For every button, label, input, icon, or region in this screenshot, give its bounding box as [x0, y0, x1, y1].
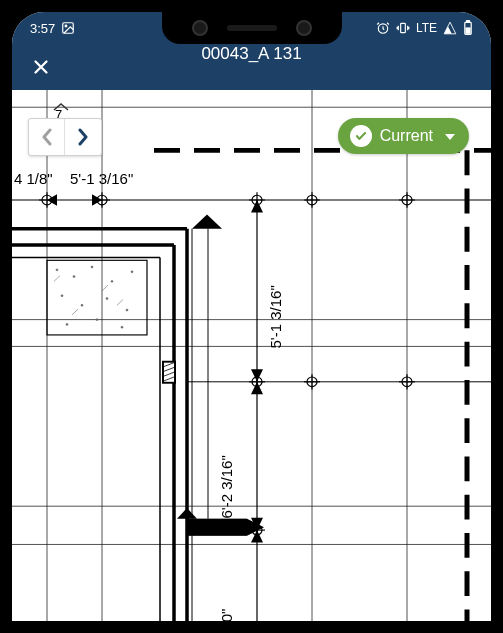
- version-status-badge[interactable]: Current: [338, 118, 469, 154]
- page-nav-controls: [28, 118, 102, 156]
- phone-screen: 3:57 LTE: [12, 12, 491, 621]
- svg-point-51: [106, 298, 108, 300]
- prev-page-button[interactable]: [29, 119, 65, 155]
- svg-rect-5: [466, 20, 469, 22]
- svg-point-1: [65, 25, 67, 27]
- svg-line-59: [117, 300, 123, 306]
- svg-point-52: [126, 309, 128, 311]
- svg-point-50: [81, 304, 83, 306]
- app-header: 00043_A 131: [12, 44, 491, 90]
- status-label: Current: [380, 127, 433, 145]
- svg-point-48: [131, 271, 133, 273]
- close-button[interactable]: [30, 56, 52, 78]
- svg-point-45: [73, 276, 75, 278]
- dim-label-1: 4 1/8": [14, 170, 53, 187]
- dim-label-2: 5'-1 3/16": [70, 170, 133, 187]
- image-icon: [61, 21, 75, 35]
- dim-label-5: 7'-0": [218, 609, 235, 621]
- signal-icon: [443, 21, 457, 35]
- next-page-button[interactable]: [65, 119, 101, 155]
- svg-point-53: [66, 323, 68, 325]
- svg-marker-66: [192, 214, 222, 228]
- phone-notch: [162, 12, 342, 44]
- battery-icon: [463, 20, 473, 36]
- notch-sensor-right: [296, 20, 312, 36]
- notch-sensor-left: [192, 20, 208, 36]
- vibrate-icon: [396, 21, 410, 35]
- drawing-viewport[interactable]: 7 Current: [12, 90, 491, 621]
- phone-frame: 3:57 LTE: [0, 0, 503, 633]
- svg-point-55: [121, 326, 123, 328]
- svg-point-49: [61, 295, 63, 297]
- svg-line-57: [102, 285, 108, 291]
- chevron-down-icon: [445, 127, 455, 145]
- svg-line-58: [72, 309, 78, 315]
- svg-rect-6: [466, 28, 470, 33]
- dim-label-4: 6'-2 3/16": [218, 455, 235, 518]
- svg-line-56: [54, 276, 60, 282]
- svg-point-46: [91, 266, 93, 268]
- alarm-icon: [376, 21, 390, 35]
- dim-label-3: 5'-1 3/16": [267, 285, 284, 348]
- notch-speaker: [227, 25, 277, 31]
- svg-rect-86: [187, 519, 247, 536]
- page-title: 00043_A 131: [201, 44, 301, 64]
- network-label: LTE: [416, 21, 437, 35]
- status-time: 3:57: [30, 21, 55, 36]
- checkmark-icon: [350, 125, 372, 147]
- svg-rect-3: [401, 23, 406, 32]
- svg-point-54: [96, 319, 98, 321]
- svg-point-47: [111, 280, 113, 282]
- svg-point-44: [56, 269, 58, 271]
- caret-up-icon: [52, 100, 70, 118]
